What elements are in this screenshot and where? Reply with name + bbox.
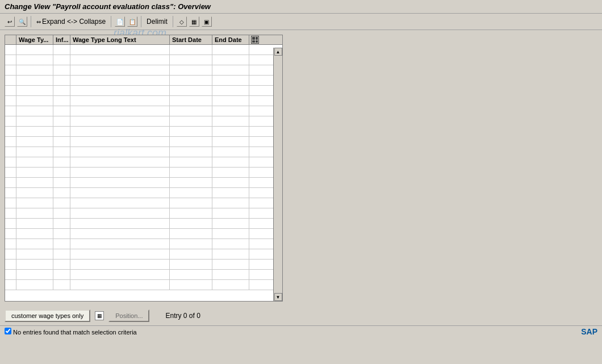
row-select-7[interactable] <box>5 116 16 126</box>
new-entries-button[interactable]: 📄 <box>115 16 125 27</box>
row-inf-14 <box>53 188 70 198</box>
table-row[interactable] <box>5 86 282 96</box>
header-startdate: Start Date <box>170 35 212 44</box>
row-wagety-8 <box>16 127 53 136</box>
row-select-3[interactable] <box>5 76 16 85</box>
position-button[interactable]: Position... <box>108 309 149 322</box>
table-row[interactable] <box>5 106 282 116</box>
table-row[interactable] <box>5 137 282 147</box>
row-select-22[interactable] <box>5 270 16 279</box>
row-inf-6 <box>53 106 70 116</box>
row-wagety-17 <box>16 219 53 228</box>
diamond-button[interactable]: ◇ <box>177 16 187 27</box>
row-select-5[interactable] <box>5 96 16 106</box>
row-enddate-3 <box>212 76 249 85</box>
status-checkbox[interactable] <box>5 328 11 334</box>
table-row[interactable] <box>5 178 282 188</box>
header-inf: Inf... <box>53 35 70 44</box>
toolbar-separator-3 <box>141 16 141 27</box>
table-row[interactable] <box>5 96 282 106</box>
row-select-14[interactable] <box>5 188 16 198</box>
find-button[interactable]: 🔍 <box>17 16 27 27</box>
row-select-0[interactable] <box>5 45 16 55</box>
row-select-18[interactable] <box>5 229 16 239</box>
table-row[interactable] <box>5 208 282 219</box>
row-select-15[interactable] <box>5 198 16 208</box>
delimit-button[interactable]: Delimit <box>145 17 169 26</box>
row-select-20[interactable] <box>5 249 16 259</box>
header-settings[interactable] <box>249 35 261 44</box>
row-enddate-2 <box>212 65 249 75</box>
row-select-12[interactable] <box>5 168 16 177</box>
row-longtext-2 <box>70 65 170 75</box>
scroll-down-button[interactable]: ▼ <box>274 293 282 301</box>
table-row[interactable] <box>5 147 282 157</box>
table-row[interactable] <box>5 65 282 76</box>
row-wagety-21 <box>16 260 53 269</box>
row-enddate-5 <box>212 96 249 106</box>
customer-wage-types-button[interactable]: customer wage types only <box>5 309 90 322</box>
table-row[interactable] <box>5 198 282 208</box>
table-row[interactable] <box>5 270 282 280</box>
row-select-23[interactable] <box>5 280 16 290</box>
expand-collapse-button[interactable]: ⇔ Expand <-> Collapse <box>35 17 107 26</box>
table-row[interactable] <box>5 260 282 270</box>
row-enddate-21 <box>212 260 249 269</box>
table-row[interactable] <box>5 45 282 55</box>
table-row[interactable] <box>5 76 282 86</box>
table-row[interactable] <box>5 116 282 127</box>
row-select-19[interactable] <box>5 239 16 249</box>
row-longtext-10 <box>70 147 170 157</box>
table-row[interactable] <box>5 239 282 249</box>
table-row[interactable] <box>5 188 282 198</box>
row-inf-9 <box>53 137 70 147</box>
row-startdate-0 <box>170 45 212 55</box>
row-longtext-7 <box>70 116 170 126</box>
row-inf-15 <box>53 198 70 208</box>
grid-button[interactable]: ▦ <box>189 16 199 27</box>
row-inf-10 <box>53 147 70 157</box>
undo-button[interactable]: ↩ <box>5 16 15 27</box>
row-select-21[interactable] <box>5 260 16 269</box>
row-inf-13 <box>53 178 70 187</box>
row-select-6[interactable] <box>5 106 16 116</box>
row-enddate-15 <box>212 198 249 208</box>
scroll-up-button[interactable]: ▲ <box>274 48 282 56</box>
status-bar: No entries found that match selection cr… <box>0 325 602 337</box>
row-select-11[interactable] <box>5 157 16 167</box>
row-wagety-15 <box>16 198 53 208</box>
table-row[interactable] <box>5 55 282 65</box>
row-select-10[interactable] <box>5 147 16 157</box>
row-inf-11 <box>53 157 70 167</box>
row-select-16[interactable] <box>5 208 16 218</box>
expand-icon: ⇔ <box>36 19 41 25</box>
row-longtext-3 <box>70 76 170 85</box>
row-select-9[interactable] <box>5 137 16 147</box>
table-row[interactable] <box>5 229 282 239</box>
table-row[interactable] <box>5 168 282 178</box>
table-row[interactable] <box>5 157 282 168</box>
header-select <box>5 35 16 44</box>
row-longtext-12 <box>70 168 170 177</box>
row-startdate-4 <box>170 86 212 95</box>
row-longtext-13 <box>70 178 170 187</box>
table-row[interactable] <box>5 127 282 137</box>
scrollbar-area[interactable]: ▲ ▼ <box>273 48 282 301</box>
table-row[interactable] <box>5 280 282 290</box>
row-select-8[interactable] <box>5 127 16 136</box>
copy-button[interactable]: 📋 <box>127 16 137 27</box>
table-row[interactable] <box>5 219 282 229</box>
row-longtext-11 <box>70 157 170 167</box>
table-row[interactable] <box>5 249 282 260</box>
row-startdate-8 <box>170 127 212 136</box>
grid2-button[interactable]: ▣ <box>202 16 212 27</box>
row-inf-5 <box>53 96 70 106</box>
row-select-13[interactable] <box>5 178 16 187</box>
row-longtext-6 <box>70 106 170 116</box>
settings-icon[interactable] <box>251 36 259 44</box>
row-select-2[interactable] <box>5 65 16 75</box>
row-select-17[interactable] <box>5 219 16 228</box>
row-enddate-19 <box>212 239 249 249</box>
row-select-1[interactable] <box>5 55 16 65</box>
row-select-4[interactable] <box>5 86 16 95</box>
